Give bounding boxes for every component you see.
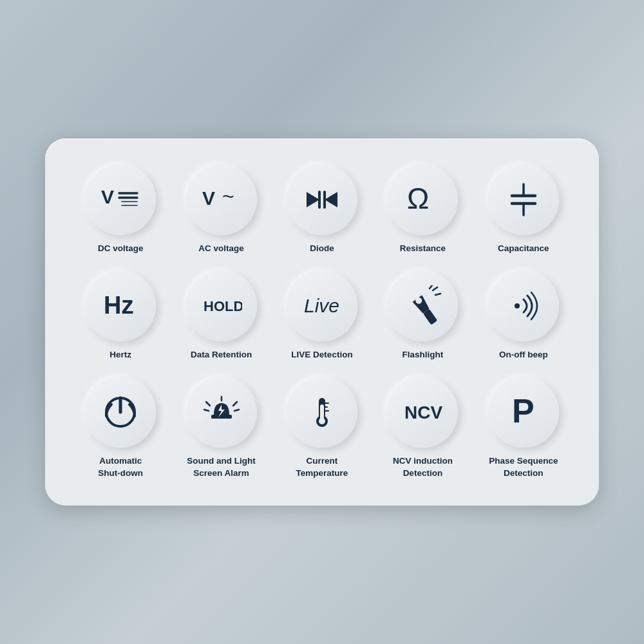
sound-light-alarm-label: Sound and LightScreen Alarm <box>187 455 255 480</box>
feature-capacitance: Capacitance <box>477 164 571 255</box>
svg-text:Ω: Ω <box>407 182 429 215</box>
auto-shutdown-label: AutomaticShut-down <box>98 455 143 480</box>
onoff-beep-icon-circle <box>488 270 559 341</box>
resistance-icon: Ω <box>402 179 443 220</box>
diode-label: Diode <box>310 243 334 255</box>
phase-sequence-icon: P <box>503 392 544 433</box>
svg-line-31 <box>204 410 209 411</box>
svg-point-38 <box>319 418 325 424</box>
features-card: V DC voltage V ~ AC voltage <box>45 138 599 506</box>
svg-line-32 <box>233 402 237 406</box>
capacitance-icon <box>503 179 544 220</box>
current-temp-label: CurrentTemperature <box>296 455 348 480</box>
data-retention-icon-circle: HOLD <box>186 270 257 341</box>
svg-marker-7 <box>307 192 319 207</box>
svg-text:HOLD: HOLD <box>204 298 242 314</box>
ncv-detection-label: NCV inductionDetection <box>393 455 453 480</box>
dc-voltage-icon: V <box>100 179 141 220</box>
flashlight-icon-circle <box>387 270 458 341</box>
phase-sequence-icon-circle: P <box>488 377 559 448</box>
auto-shutdown-icon-circle <box>85 377 156 448</box>
auto-shutdown-icon <box>100 392 141 433</box>
onoff-beep-label: On-off beep <box>499 349 548 361</box>
svg-marker-9 <box>325 192 337 207</box>
svg-text:NCV: NCV <box>404 402 442 422</box>
diode-icon <box>301 179 343 220</box>
svg-line-33 <box>234 410 239 411</box>
feature-phase-sequence: P Phase SequenceDetection <box>477 377 571 480</box>
svg-point-25 <box>515 303 520 308</box>
svg-text:~: ~ <box>222 185 234 208</box>
current-temp-icon <box>301 392 343 433</box>
svg-line-30 <box>206 402 210 406</box>
flashlight-icon <box>402 285 443 327</box>
live-detection-label: LIVE Detection <box>291 349 352 361</box>
ncv-detection-icon-circle: NCV <box>387 377 458 448</box>
phase-sequence-label: Phase SequenceDetection <box>489 455 558 480</box>
feature-onoff-beep: On-off beep <box>477 270 571 361</box>
svg-text:V: V <box>101 186 114 207</box>
flashlight-label: Flashlight <box>402 349 444 361</box>
ac-voltage-icon: V ~ <box>201 179 242 220</box>
feature-data-retention: HOLD Data Retention <box>174 270 268 361</box>
ac-voltage-label: AC voltage <box>198 243 244 255</box>
dc-voltage-icon-circle: V <box>85 164 156 235</box>
svg-line-24 <box>430 285 432 289</box>
feature-current-temp: CurrentTemperature <box>275 377 369 480</box>
svg-text:Live: Live <box>304 295 339 316</box>
feature-live-detection: Live LIVE Detection <box>275 270 369 361</box>
feature-sound-light-alarm: Sound and LightScreen Alarm <box>174 377 268 480</box>
sound-light-alarm-icon-circle <box>186 377 257 448</box>
resistance-icon-circle: Ω <box>387 164 458 235</box>
ncv-detection-icon: NCV <box>402 392 443 433</box>
hertz-label: Hertz <box>109 349 131 361</box>
ac-voltage-icon-circle: V ~ <box>186 164 257 235</box>
onoff-beep-icon <box>503 285 544 327</box>
capacitance-label: Capacitance <box>498 243 549 255</box>
svg-text:V: V <box>202 187 215 209</box>
feature-resistance: Ω Resistance <box>375 164 469 255</box>
feature-flashlight: Flashlight <box>375 270 469 361</box>
svg-line-22 <box>433 287 437 290</box>
dc-voltage-label: DC voltage <box>98 243 144 255</box>
capacitance-icon-circle <box>488 164 559 235</box>
feature-auto-shutdown: AutomaticShut-down <box>73 377 167 480</box>
feature-diode: Diode <box>275 164 369 255</box>
live-detection-icon: Live <box>301 285 343 327</box>
resistance-label: Resistance <box>400 243 446 255</box>
svg-text:P: P <box>512 392 535 430</box>
hertz-icon-circle: Hz <box>85 270 156 341</box>
feature-hertz: Hz Hertz <box>73 270 167 361</box>
data-retention-icon: HOLD <box>201 285 242 327</box>
hertz-icon: Hz <box>100 285 141 327</box>
svg-line-23 <box>435 294 440 295</box>
sound-light-alarm-icon <box>201 392 242 433</box>
feature-ncv-detection: NCV NCV inductionDetection <box>375 377 469 480</box>
diode-icon-circle <box>287 164 357 235</box>
features-grid: V DC voltage V ~ AC voltage <box>73 164 571 480</box>
live-detection-icon-circle: Live <box>287 270 357 341</box>
feature-ac-voltage: V ~ AC voltage <box>174 164 268 255</box>
feature-dc-voltage: V DC voltage <box>73 164 167 255</box>
data-retention-label: Data Retention <box>191 349 252 361</box>
svg-text:Hz: Hz <box>104 292 133 319</box>
svg-rect-28 <box>211 415 232 419</box>
current-temp-icon-circle <box>287 377 357 448</box>
